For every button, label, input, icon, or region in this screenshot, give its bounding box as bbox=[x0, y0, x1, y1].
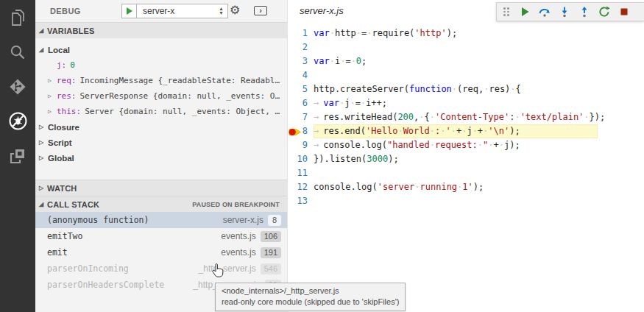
code-text[interactable]: →var·j·=·i++; bbox=[314, 96, 387, 110]
code-line-12: 12console.log('server·running·1'); bbox=[288, 180, 644, 194]
tooltip-note: read-only core module (skipped due to 's… bbox=[222, 297, 399, 308]
gear-icon[interactable]: ⚙ bbox=[230, 3, 240, 18]
line-number[interactable]: 3 bbox=[288, 54, 308, 68]
variables-list: ◢Localj:0▷req:IncomingMessage {_readable… bbox=[35, 38, 287, 166]
source-control-icon[interactable] bbox=[0, 69, 35, 104]
twisty-collapsed-icon[interactable]: ▷ bbox=[48, 108, 57, 115]
line-number[interactable]: 9 bbox=[288, 138, 308, 152]
code-line-7: 7→res.writeHead(200,·{·'Content-Type':·'… bbox=[288, 110, 644, 124]
variable-row[interactable]: ▷req:IncomingMessage {_readableState: Re… bbox=[35, 73, 287, 88]
variables-section-header[interactable]: ◢ VARIABLES bbox=[35, 22, 287, 38]
line-number[interactable]: 10 bbox=[288, 152, 308, 166]
variable-value: Server {domain: null, _events: Object, … bbox=[85, 107, 280, 116]
code-line-5: 5http.createServer(function·(req,·res)·{ bbox=[288, 82, 644, 96]
call-stack-frame[interactable]: parserOnIncoming_http_server.js546 bbox=[35, 260, 287, 277]
variable-row[interactable]: j:0 bbox=[35, 57, 287, 73]
debug-console-icon[interactable]: › bbox=[254, 6, 267, 15]
code-text[interactable]: var·http·=·require('http'); bbox=[314, 26, 457, 40]
variable-scope-row[interactable]: ▷Closure bbox=[35, 119, 287, 135]
editor-file-title: server-x.js bbox=[300, 5, 344, 16]
twisty-collapsed-icon[interactable]: ▷ bbox=[39, 139, 48, 146]
call-stack-frame[interactable]: (anonymous function)server-x.js8 bbox=[35, 212, 287, 228]
variable-scope-label: Local bbox=[48, 46, 70, 54]
line-number[interactable]: 11 bbox=[288, 166, 308, 180]
line-number[interactable]: 6 bbox=[288, 96, 308, 110]
variable-scope-row[interactable]: ◢Local bbox=[35, 42, 287, 57]
twisty-expanded-icon: ◢ bbox=[39, 27, 47, 34]
line-number[interactable]: 1 bbox=[288, 26, 308, 40]
start-debug-button[interactable] bbox=[121, 4, 137, 18]
debug-icon[interactable] bbox=[0, 104, 35, 138]
code-text[interactable]: http.createServer(function·(req,·res)·{ bbox=[314, 82, 521, 96]
variable-name: req: bbox=[57, 76, 77, 85]
line-number[interactable]: 12 bbox=[288, 180, 308, 194]
variable-value: 0 bbox=[70, 60, 75, 70]
code-text[interactable]: →console.log("handled·request:·"·+·j); bbox=[314, 138, 520, 152]
line-number[interactable]: 13 bbox=[288, 194, 308, 208]
continue-button[interactable] bbox=[514, 3, 534, 21]
line-number[interactable]: 4 bbox=[288, 68, 308, 82]
twisty-collapsed-icon[interactable]: ▷ bbox=[39, 124, 48, 130]
code-text[interactable]: →res.end('Hello·World·:·'·+·j·+·'\n'); bbox=[314, 124, 598, 138]
code-text[interactable]: }).listen(3000); bbox=[314, 152, 399, 166]
variable-scope-row[interactable]: ▷Global bbox=[35, 150, 287, 166]
frame-line-badge: 191 bbox=[261, 247, 281, 258]
step-into-icon bbox=[559, 6, 570, 18]
variable-value: ServerResponse {domain: null, _events: O… bbox=[80, 91, 280, 101]
code-text[interactable]: var·i·=·0; bbox=[314, 54, 367, 68]
code-line-11: 11 bbox=[288, 166, 644, 180]
activity-bar bbox=[0, 0, 35, 312]
call-stack-frame[interactable]: emitevents.js191 bbox=[35, 244, 287, 260]
step-over-button[interactable] bbox=[534, 3, 554, 21]
frame-file-name: server-x.js bbox=[223, 215, 263, 225]
paused-status-badge: PAUSED ON BREAKPOINT bbox=[192, 201, 280, 208]
code-text[interactable]: →res.writeHead(200,·{·'Content-Type':·'t… bbox=[314, 110, 605, 124]
call-stack-list: (anonymous function)server-x.js8emitTwoe… bbox=[35, 212, 287, 293]
step-into-button[interactable] bbox=[554, 3, 574, 21]
step-out-button[interactable] bbox=[574, 3, 594, 21]
variable-name: j: bbox=[57, 60, 66, 70]
line-number[interactable]: 7 bbox=[288, 110, 308, 124]
twisty-expanded-icon[interactable]: ◢ bbox=[39, 46, 48, 53]
debug-config-dropdown[interactable]: server-x ▲▼ bbox=[137, 4, 228, 18]
explorer-icon[interactable] bbox=[0, 0, 35, 35]
variable-name: this: bbox=[57, 107, 81, 116]
step-over-icon bbox=[539, 6, 551, 18]
variable-row[interactable]: ▷res:ServerResponse {domain: null, _even… bbox=[35, 88, 287, 104]
stop-icon bbox=[618, 6, 630, 18]
twisty-expanded-icon: ◢ bbox=[39, 201, 47, 208]
variable-scope-label: Script bbox=[48, 138, 72, 147]
stop-button[interactable] bbox=[614, 3, 634, 21]
line-number[interactable]: 5 bbox=[288, 82, 308, 96]
sidebar-spacer bbox=[35, 166, 287, 180]
call-stack-section-header[interactable]: ◢ CALL STACK PAUSED ON BREAKPOINT bbox=[35, 196, 287, 212]
sidebar-header: DEBUG server-x ▲▼ ⚙ › bbox=[35, 0, 287, 22]
variable-scope-row[interactable]: ▷Script bbox=[35, 135, 287, 150]
sidebar-title: DEBUG bbox=[50, 7, 81, 15]
variables-section-label: VARIABLES bbox=[47, 26, 95, 35]
variable-name: res: bbox=[57, 91, 77, 101]
search-icon[interactable] bbox=[0, 35, 35, 69]
twisty-collapsed-icon[interactable]: ▷ bbox=[39, 155, 48, 161]
call-stack-section-label: CALL STACK bbox=[47, 200, 99, 209]
line-number[interactable]: 2 bbox=[288, 40, 308, 54]
watch-section-header[interactable]: ▷ WATCH bbox=[35, 180, 287, 196]
restart-button[interactable] bbox=[594, 3, 614, 21]
code-line-3: 3var·i·=·0; bbox=[288, 54, 644, 68]
watch-section-label: WATCH bbox=[47, 184, 77, 193]
twisty-collapsed-icon[interactable]: ▷ bbox=[48, 93, 57, 99]
play-icon bbox=[127, 7, 132, 15]
twisty-collapsed-icon[interactable]: ▷ bbox=[48, 77, 57, 84]
continue-icon bbox=[519, 6, 531, 18]
extensions-icon[interactable] bbox=[0, 138, 35, 173]
frame-file-name: _http_server.js bbox=[199, 263, 256, 274]
line-number[interactable]: 8 bbox=[288, 124, 308, 138]
frame-file-name: events.js bbox=[221, 247, 255, 258]
variable-row[interactable]: ▷this:Server {domain: null, _events: Obj… bbox=[35, 104, 287, 119]
toolbar-drag-handle[interactable] bbox=[501, 3, 514, 21]
code-area: 1var·http·=·require('http');23var·i·=·0;… bbox=[288, 26, 644, 208]
call-stack-frame[interactable]: emitTwoevents.js106 bbox=[35, 228, 287, 244]
code-line-6: 6→var·j·=·i++; bbox=[288, 96, 644, 110]
variable-scope-label: Closure bbox=[48, 123, 79, 132]
code-text[interactable]: console.log('server·running·1'); bbox=[314, 180, 484, 194]
